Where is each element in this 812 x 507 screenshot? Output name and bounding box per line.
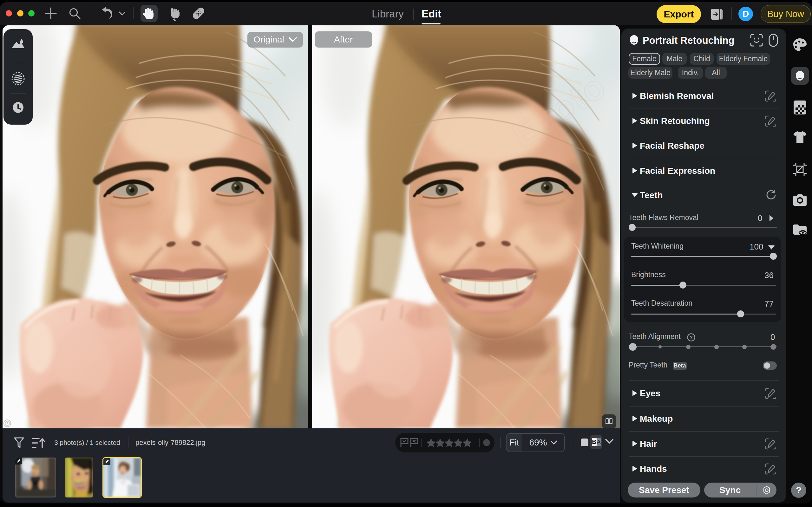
svg-text:?: ?	[690, 335, 692, 340]
